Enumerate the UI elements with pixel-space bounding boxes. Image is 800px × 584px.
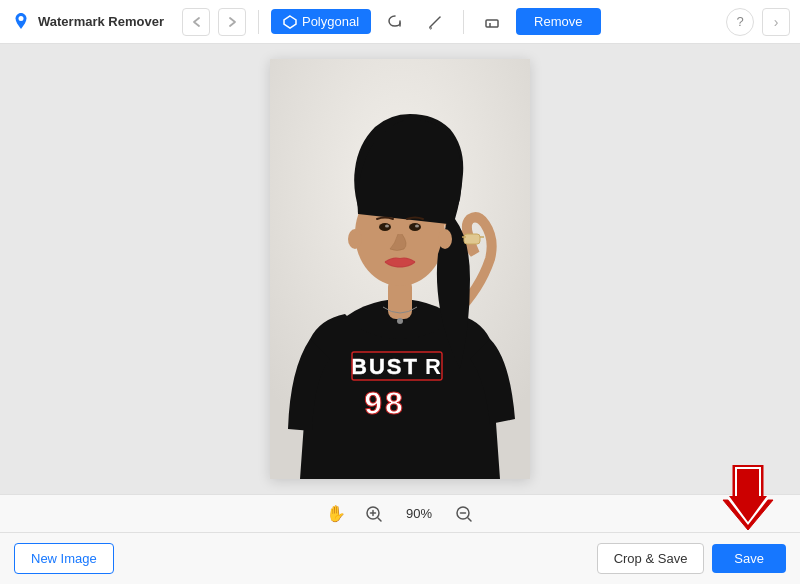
svg-text:98: 98: [364, 385, 406, 421]
divider-2: [463, 10, 464, 34]
svg-text:R: R: [425, 354, 441, 379]
svg-point-16: [385, 225, 389, 228]
svg-marker-1: [284, 16, 296, 28]
crop-save-button[interactable]: Crop & Save: [597, 543, 705, 574]
svg-rect-2: [486, 20, 498, 27]
brush-tool-button[interactable]: [419, 6, 451, 38]
svg-point-21: [438, 229, 452, 249]
back-button[interactable]: [182, 8, 210, 36]
image-container: BUST BUST R 98 98: [270, 59, 530, 479]
zoom-in-button[interactable]: [361, 501, 387, 527]
svg-point-17: [415, 225, 419, 228]
svg-point-20: [348, 229, 362, 249]
pan-button[interactable]: ✋: [323, 501, 349, 527]
svg-text:BUST: BUST: [351, 354, 419, 379]
toolbar: Watermark Remover Polygonal: [0, 0, 800, 44]
app-logo: Watermark Remover: [10, 11, 164, 33]
divider-1: [258, 10, 259, 34]
zoom-level: 90%: [399, 506, 439, 521]
bottom-bar: New Image Crop & Save Save: [0, 532, 800, 584]
help-button[interactable]: ?: [726, 8, 754, 36]
remove-button[interactable]: Remove: [516, 8, 600, 35]
photo-display: BUST BUST R 98 98: [270, 59, 530, 479]
save-button[interactable]: Save: [712, 544, 786, 573]
app-logo-icon: [10, 11, 32, 33]
svg-point-18: [397, 318, 403, 324]
app-title: Watermark Remover: [38, 14, 164, 29]
svg-point-0: [19, 16, 24, 21]
more-options-button[interactable]: ›: [762, 8, 790, 36]
zoom-out-button[interactable]: [451, 501, 477, 527]
zoom-bar: ✋ 90%: [0, 494, 800, 532]
forward-button[interactable]: [218, 8, 246, 36]
eraser-tool-button[interactable]: [476, 6, 508, 38]
svg-point-14: [379, 223, 391, 231]
svg-point-15: [409, 223, 421, 231]
lasso-tool-button[interactable]: [379, 6, 411, 38]
polygonal-tool-button[interactable]: Polygonal: [271, 9, 371, 34]
svg-rect-19: [464, 234, 480, 244]
new-image-button[interactable]: New Image: [14, 543, 114, 574]
canvas-area: BUST BUST R 98 98: [0, 44, 800, 494]
